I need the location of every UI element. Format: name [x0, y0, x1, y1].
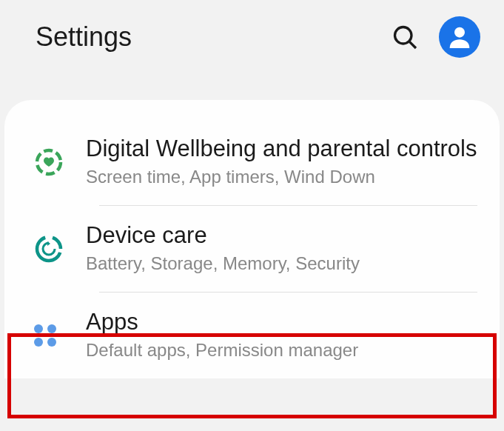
svg-point-2 [454, 27, 465, 38]
item-text: Device care Battery, Storage, Memory, Se… [86, 221, 477, 275]
svg-point-0 [395, 27, 412, 44]
item-subtitle: Battery, Storage, Memory, Security [86, 252, 477, 275]
item-subtitle: Default apps, Permission manager [86, 338, 477, 362]
settings-header: Settings [0, 0, 504, 74]
svg-line-1 [409, 41, 416, 48]
header-actions [392, 16, 480, 58]
item-subtitle: Screen time, App timers, Wind Down [86, 165, 477, 189]
item-text: Apps Default apps, Permission manager [86, 308, 477, 362]
account-icon[interactable] [439, 16, 480, 58]
settings-item-digital-wellbeing[interactable]: Digital Wellbeing and parental controls … [4, 118, 500, 205]
item-title: Digital Wellbeing and parental controls [86, 135, 477, 164]
apps-icon [34, 324, 86, 347]
wellbeing-icon [34, 147, 86, 177]
item-title: Apps [86, 308, 477, 337]
svg-point-4 [37, 237, 61, 261]
settings-list: Digital Wellbeing and parental controls … [4, 100, 500, 378]
settings-item-device-care[interactable]: Device care Battery, Storage, Memory, Se… [4, 205, 500, 292]
device-care-icon [34, 234, 86, 264]
page-title: Settings [36, 21, 132, 53]
item-title: Device care [86, 221, 477, 250]
search-icon[interactable] [392, 24, 418, 50]
settings-item-apps[interactable]: Apps Default apps, Permission manager [4, 292, 500, 378]
item-text: Digital Wellbeing and parental controls … [86, 135, 477, 189]
